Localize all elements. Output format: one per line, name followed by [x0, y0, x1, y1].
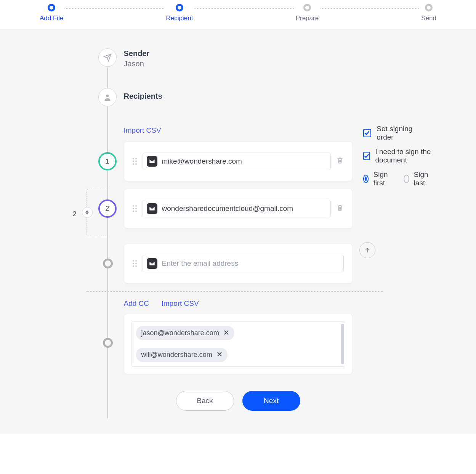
- sender-node-icon: [98, 48, 117, 67]
- recipient-email-input-1[interactable]: [162, 157, 327, 165]
- step-dot-icon: [176, 4, 183, 11]
- need-to-sign-checkbox[interactable]: [363, 152, 370, 160]
- step-dot-icon: [425, 4, 433, 11]
- need-to-sign-label: I need to sign the document: [375, 148, 431, 164]
- step-label: Send: [421, 14, 436, 22]
- recipient-card-2: 2: [124, 189, 353, 228]
- sender-name: Jason: [124, 59, 150, 68]
- back-button[interactable]: Back: [176, 391, 234, 411]
- set-signing-order-checkbox[interactable]: [363, 129, 372, 137]
- cc-input-area[interactable]: jason@wondershare.com will@wondershare.c…: [131, 321, 345, 367]
- order-bracket: 2: [73, 189, 99, 238]
- order-count: 2: [73, 210, 77, 218]
- timeline-line: [107, 67, 108, 418]
- recipients-node-icon: [98, 88, 117, 106]
- recipient-card-1: 1: [124, 141, 353, 181]
- order-badge-2: 2: [98, 199, 117, 218]
- cc-chip-1: jason@wondershare.com: [136, 326, 234, 340]
- sign-last-radio[interactable]: Sign last: [404, 170, 431, 187]
- drag-handle-icon[interactable]: [133, 205, 138, 212]
- envelope-icon: [147, 203, 157, 214]
- delete-recipient-button[interactable]: [336, 156, 344, 166]
- drag-handle-icon[interactable]: [133, 158, 138, 165]
- remove-chip-button[interactable]: [224, 329, 229, 337]
- step-recipient[interactable]: Recipient: [165, 4, 195, 22]
- recipients-title: Recipients: [124, 92, 162, 101]
- step-add-file[interactable]: Add File: [38, 4, 65, 22]
- set-signing-order-label: Set signing order: [377, 125, 431, 141]
- remove-chip-button[interactable]: [217, 351, 222, 359]
- order-badge-1: 1: [98, 152, 117, 170]
- footer-actions: Back Next: [48, 391, 429, 411]
- step-label: Add File: [40, 14, 63, 22]
- step-dot-icon: [303, 4, 311, 11]
- svg-point-0: [106, 95, 109, 97]
- sender-title: Sender: [124, 49, 150, 58]
- next-button[interactable]: Next: [242, 391, 300, 411]
- envelope-icon: [147, 156, 157, 167]
- recipient-card-empty: [124, 244, 353, 283]
- wizard-stepper: Add File Recipient Prepare Send: [0, 0, 476, 29]
- add-cc-link[interactable]: Add CC: [124, 299, 149, 307]
- empty-order-node: [103, 259, 113, 268]
- cc-chip-2: will@wondershare.com: [136, 348, 228, 362]
- step-label: Recipient: [166, 14, 193, 22]
- delete-recipient-button[interactable]: [336, 204, 344, 214]
- signing-options-panel: Set signing order I need to sign the doc…: [363, 125, 431, 187]
- email-field-wrapper: [143, 153, 331, 170]
- envelope-icon: [147, 258, 157, 269]
- section-divider: [86, 291, 383, 292]
- email-field-wrapper: [143, 255, 344, 272]
- step-label: Prepare: [296, 14, 319, 22]
- step-prepare[interactable]: Prepare: [294, 4, 320, 22]
- email-field-wrapper: [143, 200, 331, 217]
- recipient-email-input-new[interactable]: [162, 259, 340, 268]
- step-send[interactable]: Send: [420, 4, 438, 22]
- cc-node: [103, 338, 113, 348]
- scrollbar[interactable]: [341, 324, 344, 364]
- import-csv-link[interactable]: Import CSV: [124, 126, 161, 135]
- order-toggle-button[interactable]: [82, 207, 93, 218]
- move-up-button[interactable]: [359, 242, 375, 258]
- drag-handle-icon[interactable]: [133, 260, 138, 267]
- recipient-email-input-2[interactable]: [162, 204, 327, 213]
- import-csv-cc-link[interactable]: Import CSV: [161, 299, 199, 307]
- sign-first-radio[interactable]: Sign first: [363, 170, 391, 187]
- cc-card: jason@wondershare.com will@wondershare.c…: [124, 314, 353, 374]
- step-dot-icon: [48, 4, 55, 11]
